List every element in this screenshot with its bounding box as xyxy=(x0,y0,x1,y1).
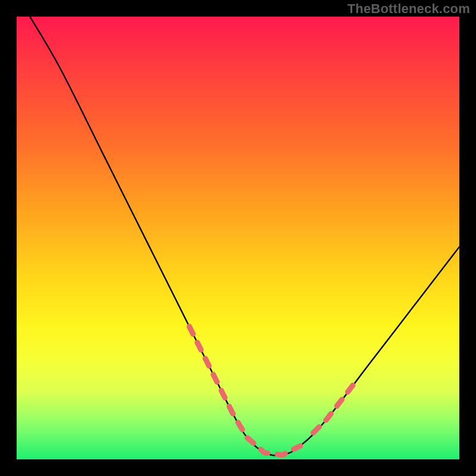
highlight-dash-middle xyxy=(238,422,300,455)
curve-svg xyxy=(17,17,459,459)
highlight-dash-right xyxy=(313,384,353,433)
chart-frame: TheBottleneck.com xyxy=(0,0,476,476)
watermark-text: TheBottleneck.com xyxy=(347,1,470,17)
plot-area xyxy=(17,17,459,459)
bottleneck-curve xyxy=(30,17,459,456)
